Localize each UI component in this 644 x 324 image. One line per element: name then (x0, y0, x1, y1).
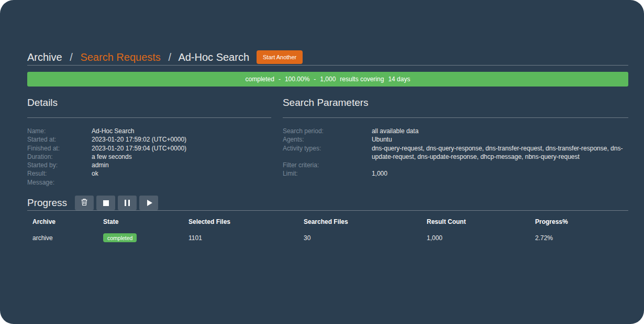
breadcrumb-current-page: Ad-Hoc Search (178, 51, 249, 63)
cell-archive: archive (27, 230, 98, 246)
detail-row-result: Result: ok (27, 169, 271, 178)
status-count: 1,000 (320, 75, 336, 83)
stop-icon (103, 200, 109, 206)
column-header-state: State (98, 217, 183, 230)
table-divider (27, 210, 628, 211)
status-text: results covering (340, 75, 384, 83)
breadcrumb-archive[interactable]: Archive (27, 51, 62, 63)
delete-search-button[interactable] (75, 196, 94, 210)
header-divider (27, 65, 628, 66)
search-parameters-title: Search Parameters (283, 97, 628, 118)
detail-label: Started by: (27, 161, 92, 169)
info-sections: Details Name: Ad-Hoc Search Started at: … (27, 97, 628, 187)
detail-row-message: Message: (27, 178, 271, 187)
detail-value: 2023-01-20 17:59:04 (UTC+0000) (92, 144, 186, 153)
trash-icon (81, 198, 88, 208)
breadcrumb-separator: / (168, 51, 171, 63)
cell-progress-percent: 2.72% (530, 230, 628, 246)
detail-row-duration: Duration: a few seconds (27, 153, 271, 161)
detail-label: Started at: (27, 135, 92, 144)
column-header-result-count: Result Count (421, 217, 530, 230)
progress-header: Progress (27, 196, 628, 210)
app-container: Archive / Search Requests / Ad-Hoc Searc… (0, 0, 644, 324)
detail-value: a few seconds (92, 153, 132, 161)
cell-state: completed (98, 230, 183, 246)
detail-label: Name: (27, 127, 92, 135)
start-another-button[interactable]: Start Another (257, 50, 303, 64)
details-section: Details Name: Ad-Hoc Search Started at: … (27, 97, 271, 187)
param-value: all available data (372, 127, 418, 135)
detail-label: Message: (27, 178, 92, 187)
search-parameters-section: Search Parameters Search period: all ava… (283, 97, 628, 187)
column-header-progress-percent: Progress% (530, 217, 628, 230)
param-value: 1,000 (372, 169, 387, 178)
status-dash: - (314, 75, 316, 83)
page-header: Archive / Search Requests / Ad-Hoc Searc… (27, 49, 628, 65)
param-row-agents: Agents: Ubuntu (283, 135, 628, 144)
stop-search-button[interactable] (96, 196, 115, 210)
breadcrumb-search-requests[interactable]: Search Requests (80, 51, 160, 63)
detail-row-started-at: Started at: 2023-01-20 17:59:02 (UTC+000… (27, 135, 271, 144)
detail-value: ok (92, 169, 98, 178)
detail-label: Result: (27, 169, 92, 178)
param-label: Filter criteria: (283, 161, 372, 169)
status-dash: - (279, 75, 281, 83)
details-rows: Name: Ad-Hoc Search Started at: 2023-01-… (27, 127, 271, 187)
detail-value: admin (92, 161, 109, 169)
column-header-searched-files: Searched Files (298, 217, 421, 230)
status-progress-bar: completed - 100.00% - 1,000 results cove… (27, 72, 628, 87)
param-label: Search period: (283, 127, 372, 135)
cell-searched-files: 30 (298, 230, 421, 246)
progress-controls (75, 196, 161, 210)
param-row-activity-types: Activity types: dns-query-request, dns-q… (283, 144, 628, 161)
pause-search-button[interactable] (118, 196, 137, 210)
param-value: Ubuntu (372, 135, 392, 144)
cell-selected-files: 1101 (183, 230, 298, 246)
column-header-selected-files: Selected Files (183, 217, 298, 230)
detail-row-started-by: Started by: admin (27, 161, 271, 169)
status-state: completed (246, 75, 274, 83)
state-badge: completed (103, 233, 137, 242)
status-duration: 14 days (388, 75, 410, 83)
param-value: dns-query-request, dns-query-response, d… (372, 144, 628, 161)
param-label: Limit: (283, 169, 372, 178)
pause-icon (124, 200, 131, 206)
progress-title: Progress (27, 197, 67, 209)
param-label: Agents: (283, 135, 372, 144)
resume-search-button[interactable] (139, 196, 158, 210)
detail-value: 2023-01-20 17:59:02 (UTC+0000) (92, 135, 186, 144)
breadcrumb: Archive / Search Requests / Ad-Hoc Searc… (27, 49, 249, 65)
detail-row-finished-at: Finished at: 2023-01-20 17:59:04 (UTC+00… (27, 144, 271, 153)
column-header-archive: Archive (27, 217, 98, 230)
progress-table: Archive State Selected Files Searched Fi… (27, 217, 628, 246)
cell-result-count: 1,000 (421, 230, 530, 246)
detail-label: Duration: (27, 153, 92, 161)
play-icon (147, 200, 152, 206)
search-parameters-rows: Search period: all available data Agents… (283, 127, 628, 178)
table-row: archive completed 1101 30 1,000 2.72% (27, 230, 628, 246)
status-percent: 100.00% (285, 75, 309, 83)
detail-row-name: Name: Ad-Hoc Search (27, 127, 271, 135)
table-header-row: Archive State Selected Files Searched Fi… (27, 217, 628, 230)
details-title: Details (27, 97, 271, 118)
detail-value: Ad-Hoc Search (92, 127, 134, 135)
detail-label: Finished at: (27, 144, 92, 153)
param-label: Activity types: (283, 144, 372, 161)
main-content: Archive / Search Requests / Ad-Hoc Searc… (0, 0, 644, 246)
param-row-limit: Limit: 1,000 (283, 169, 628, 178)
param-row-filter-criteria: Filter criteria: (283, 161, 628, 169)
param-row-search-period: Search period: all available data (283, 127, 628, 135)
breadcrumb-separator: / (70, 51, 73, 63)
